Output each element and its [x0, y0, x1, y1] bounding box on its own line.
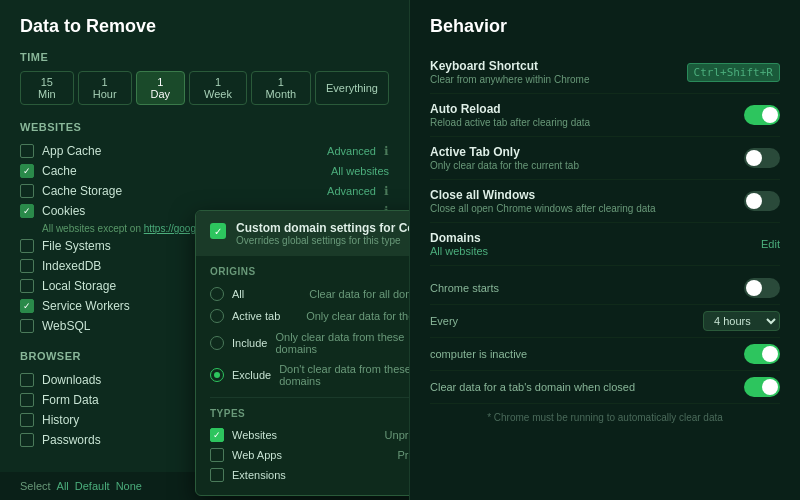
keyboard-desc: Clear from anywhere within Chrome: [430, 74, 687, 85]
on-inactive-label: computer is inactive: [430, 348, 744, 360]
origin-label-exclude: Exclude: [232, 369, 271, 381]
checkbox-local-storage[interactable]: [20, 279, 34, 293]
radio-include[interactable]: [210, 336, 224, 350]
time-btn-1-day[interactable]: 1 Day: [136, 71, 186, 105]
auto-clear-note: * Chrome must be running to automaticall…: [430, 412, 780, 423]
checkbox-service-workers[interactable]: [20, 299, 34, 313]
checkbox-cache[interactable]: [20, 164, 34, 178]
type-checkbox-web-apps[interactable]: [210, 448, 224, 462]
domains-value: All websites: [430, 245, 761, 257]
left-panel-title: Data to Remove: [20, 16, 389, 37]
active-tab-desc: Only clear data for the current tab: [430, 160, 744, 171]
domains-label: Domains: [430, 231, 761, 245]
radio-exclude[interactable]: [210, 368, 224, 382]
time-btn-15-min[interactable]: 15 Min: [20, 71, 74, 105]
label-cache-storage: Cache Storage: [42, 184, 319, 198]
time-btn-everything[interactable]: Everything: [315, 71, 389, 105]
select-default-link[interactable]: Default: [75, 480, 110, 492]
checkbox-indexeddb[interactable]: [20, 259, 34, 273]
cookie-popup: Custom domain settings for Cookies Overr…: [195, 210, 410, 496]
type-websites[interactable]: WebsitesUnprotected Web: [210, 425, 410, 445]
on-start-toggle[interactable]: [744, 278, 780, 298]
label-app-cache: App Cache: [42, 144, 319, 158]
checkbox-history[interactable]: [20, 413, 34, 427]
on-start-label: Chrome starts: [430, 282, 744, 294]
origin-exclude[interactable]: ExcludeDon't clear data from these domai…: [210, 359, 410, 391]
type-desc-websites: Unprotected Web: [385, 429, 410, 441]
close-windows-row: Close all Windows Close all open Chrome …: [430, 180, 780, 223]
keyboard-shortcut-row: Keyboard Shortcut Clear from anywhere wi…: [430, 51, 780, 94]
origin-include[interactable]: IncludeOnly clear data from these domain…: [210, 327, 410, 359]
close-windows-desc: Close all open Chrome windows after clea…: [430, 203, 744, 214]
origin-label-include: Include: [232, 337, 267, 349]
types-section-label: Types: [210, 408, 410, 419]
on-inactive-toggle[interactable]: [744, 344, 780, 364]
type-desc-web-apps: Protected Web: [397, 449, 410, 461]
time-buttons-group: 15 Min1 Hour1 Day1 Week1 MonthEverything: [20, 71, 389, 105]
checkbox-app-cache[interactable]: [20, 144, 34, 158]
type-checkbox-extensions[interactable]: [210, 468, 224, 482]
checkbox-passwords[interactable]: [20, 433, 34, 447]
label-cache: Cache: [42, 164, 323, 178]
website-item-cache[interactable]: CacheAll websites: [20, 161, 389, 181]
close-windows-toggle[interactable]: [744, 191, 780, 211]
close-windows-label: Close all Windows: [430, 188, 744, 202]
interval-select[interactable]: 4 hours 1 hour 2 hours 8 hours 12 hours …: [703, 311, 780, 331]
popup-subtitle: Overrides global settings for this type: [236, 235, 410, 246]
origin-label-active-tab: Active tab: [232, 310, 298, 322]
active-tab-toggle[interactable]: [744, 148, 780, 168]
active-tab-label: Active Tab Only: [430, 145, 744, 159]
website-item-app-cache[interactable]: App CacheAdvancedℹ: [20, 141, 389, 161]
radio-all[interactable]: [210, 287, 224, 301]
domains-edit-link[interactable]: Edit: [761, 238, 780, 250]
auto-reload-toggle[interactable]: [744, 105, 780, 125]
info-icon-cache-storage[interactable]: ℹ: [384, 184, 389, 198]
type-checkbox-websites[interactable]: [210, 428, 224, 442]
checkbox-file-systems[interactable]: [20, 239, 34, 253]
keyboard-label: Keyboard Shortcut: [430, 59, 687, 73]
time-btn-1-month[interactable]: 1 Month: [251, 71, 311, 105]
type-web-apps[interactable]: Web AppsProtected Web: [210, 445, 410, 465]
origins-list: AllClear data for all domains/originsAct…: [210, 283, 410, 391]
time-btn-1-hour[interactable]: 1 Hour: [78, 71, 132, 105]
type-extensions[interactable]: Extensions: [210, 465, 410, 485]
keyboard-shortcut-badge: Ctrl+Shift+R: [687, 63, 780, 82]
time-section-label: Time: [20, 51, 389, 63]
type-label-websites: Websites: [232, 429, 377, 441]
select-none-link[interactable]: None: [116, 480, 142, 492]
badge-app-cache: Advanced: [327, 145, 376, 157]
origin-desc-include: Only clear data from these domains: [275, 331, 410, 355]
website-item-cache-storage[interactable]: Cache StorageAdvancedℹ: [20, 181, 389, 201]
interval-row: Every 4 hours 1 hour 2 hours 8 hours 12 …: [430, 305, 780, 338]
popup-divider: [210, 397, 410, 398]
on-tab-close-toggle[interactable]: [744, 377, 780, 397]
info-icon-app-cache[interactable]: ℹ: [384, 144, 389, 158]
origin-label-all: All: [232, 288, 301, 300]
auto-clear-section: Chrome starts Every 4 hours 1 hour 2 hou…: [430, 272, 780, 404]
on-tab-close-row: Clear data for a tab's domain when close…: [430, 371, 780, 404]
origin-all[interactable]: AllClear data for all domains/origins: [210, 283, 410, 305]
right-panel: Behavior Keyboard Shortcut Clear from an…: [410, 0, 800, 500]
radio-active-tab[interactable]: [210, 309, 224, 323]
behavior-title: Behavior: [430, 16, 780, 37]
badge-cache-storage: Advanced: [327, 185, 376, 197]
on-inactive-row: computer is inactive: [430, 338, 780, 371]
time-btn-1-week[interactable]: 1 Week: [189, 71, 247, 105]
checkbox-form-data[interactable]: [20, 393, 34, 407]
checkbox-websql[interactable]: [20, 319, 34, 333]
websites-section-label: Websites: [20, 121, 389, 133]
origins-section-label: Origins: [210, 266, 410, 277]
checkbox-downloads[interactable]: [20, 373, 34, 387]
type-label-web-apps: Web Apps: [232, 449, 389, 461]
checkbox-cache-storage[interactable]: [20, 184, 34, 198]
popup-check-icon: [210, 223, 226, 239]
origin-desc-all: Clear data for all domains/origins: [309, 288, 410, 300]
origin-active-tab[interactable]: Active tabOnly clear data for the curren…: [210, 305, 410, 327]
types-list: WebsitesUnprotected WebWeb AppsProtected…: [210, 425, 410, 485]
interval-label: Every: [430, 315, 703, 327]
select-all-link[interactable]: All: [57, 480, 69, 492]
on-start-row: Chrome starts: [430, 272, 780, 305]
time-section: Time 15 Min1 Hour1 Day1 Week1 MonthEvery…: [20, 51, 389, 105]
checkbox-cookies[interactable]: [20, 204, 34, 218]
popup-title: Custom domain settings for Cookies: [236, 221, 410, 235]
